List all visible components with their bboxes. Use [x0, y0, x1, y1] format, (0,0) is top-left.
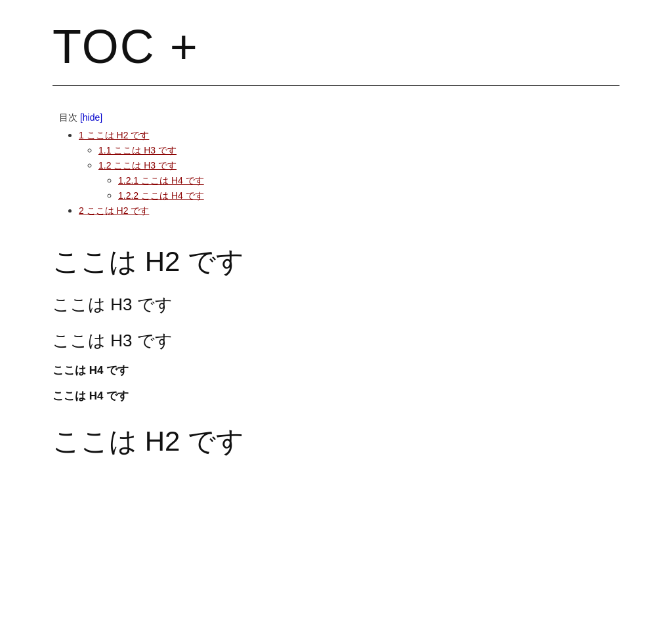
toc-link-1-2[interactable]: 1.2 ここは H3 です: [98, 160, 177, 171]
heading-h2-1: ここは H2 です: [52, 243, 620, 280]
toc-header: 目次 [hide]: [59, 112, 620, 124]
toc-label: 目次: [59, 112, 77, 123]
toc-sublist: 1.1 ここは H3 です 1.2 ここは H3 です 1.2.1 ここは H4…: [79, 144, 620, 202]
heading-h2-2: ここは H2 です: [52, 423, 620, 460]
list-item: 1.2.1 ここは H4 です: [118, 174, 620, 187]
heading-h3-2: ここは H3 です: [52, 329, 620, 352]
toc-hide-link[interactable]: [hide]: [80, 112, 102, 123]
heading-h4-1: ここは H4 です: [52, 363, 620, 378]
list-item: 1.2.2 ここは H4 です: [118, 190, 620, 202]
list-item: 1.2 ここは H3 です 1.2.1 ここは H4 です 1.2.2 ここは …: [98, 159, 620, 202]
list-item: 2 ここは H2 です: [79, 205, 620, 217]
toc-subsublist: 1.2.1 ここは H4 です 1.2.2 ここは H4 です: [98, 174, 620, 202]
heading-h3-1: ここは H3 です: [52, 293, 620, 316]
list-item: 1 ここは H2 です 1.1 ここは H3 です 1.2 ここは H3 です …: [79, 129, 620, 202]
list-item: 1.1 ここは H3 です: [98, 144, 620, 157]
divider: [52, 85, 620, 86]
toc-list: 1 ここは H2 です 1.1 ここは H3 です 1.2 ここは H3 です …: [59, 129, 620, 217]
toc-container: 目次 [hide] 1 ここは H2 です 1.1 ここは H3 です 1.2 …: [52, 112, 620, 217]
toc-link-1[interactable]: 1 ここは H2 です: [79, 130, 149, 140]
toc-link-1-2-2[interactable]: 1.2.2 ここは H4 です: [118, 190, 204, 201]
page-title: TOC +: [52, 20, 620, 73]
toc-link-1-2-1[interactable]: 1.2.1 ここは H4 です: [118, 175, 204, 186]
heading-h4-2: ここは H4 です: [52, 388, 620, 403]
toc-link-1-1[interactable]: 1.1 ここは H3 です: [98, 145, 177, 155]
toc-link-2[interactable]: 2 ここは H2 です: [79, 205, 149, 216]
